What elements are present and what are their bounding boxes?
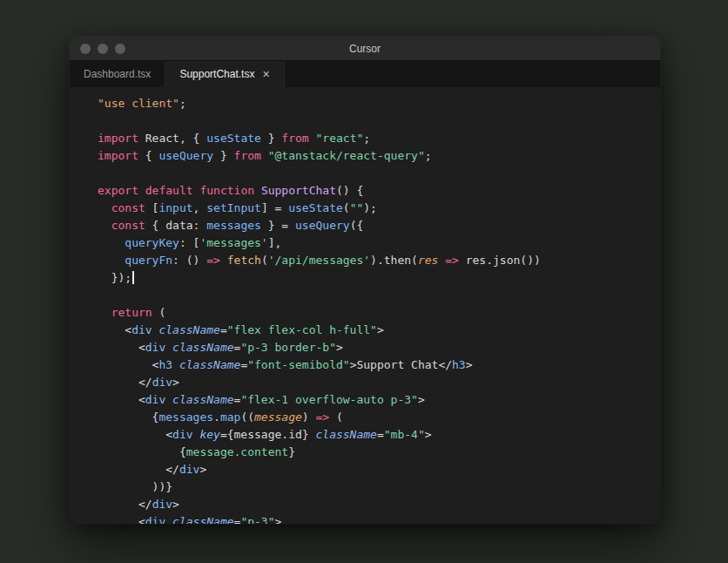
code-token: '/api/messages' <box>268 254 370 267</box>
code-token: > <box>425 428 432 441</box>
code-token: ({ <box>350 219 364 232</box>
code-token: </ <box>98 498 152 511</box>
code-token: => <box>316 410 330 424</box>
close-tab-icon[interactable]: × <box>262 68 269 80</box>
code-line <box>98 165 660 182</box>
code-token: ={ <box>220 428 234 441</box>
code-token: { <box>138 149 158 162</box>
code-token: [ <box>145 201 159 214</box>
code-token: const <box>111 219 145 232</box>
code-token: from <box>234 149 261 162</box>
code-token: className <box>172 515 233 524</box>
close-window-button[interactable] <box>80 44 91 54</box>
code-token: > <box>377 323 384 336</box>
code-token: div <box>172 428 192 441</box>
code-token: SupportChat <box>261 184 336 197</box>
code-line: <div className="flex flex-col h-full"> <box>98 322 660 339</box>
tab-supportchat[interactable]: SupportChat.tsx × <box>165 61 284 87</box>
code-token: "@tanstack/react-query" <box>268 149 425 162</box>
code-line: <div className="p-3"> <box>98 513 660 524</box>
code-token: } <box>213 149 233 162</box>
code-token: map <box>220 410 240 424</box>
code-token: > <box>336 341 343 354</box>
code-token: < <box>98 393 145 406</box>
code-token: messages <box>158 410 213 424</box>
code-token: ( <box>329 410 343 424</box>
code-token: "font-semibold" <box>247 358 349 371</box>
code-token <box>138 184 145 197</box>
code-token: input <box>158 201 192 214</box>
code-token: () { <box>336 184 363 197</box>
code-token: > <box>466 358 473 371</box>
code-token: useQuery <box>295 219 350 232</box>
code-token: ; <box>363 132 370 145</box>
code-token: < <box>98 428 172 441</box>
code-line: return ( <box>98 304 660 322</box>
code-token <box>261 149 268 162</box>
code-token: import <box>98 149 138 162</box>
code-line: </div> <box>98 496 660 513</box>
code-token: } <box>288 445 295 458</box>
code-token <box>98 306 111 319</box>
code-token: div <box>179 463 199 476</box>
code-token: "p-3 border-b" <box>240 341 336 354</box>
code-line: ))} <box>98 478 660 496</box>
code-token: h3 <box>158 358 172 371</box>
code-token: div <box>145 515 165 524</box>
code-token: message.id <box>234 428 302 441</box>
code-token <box>98 219 111 232</box>
code-token: = <box>220 323 227 336</box>
window-titlebar[interactable]: Cursor <box>70 37 660 61</box>
tab-dashboard[interactable]: Dashboard.tsx <box>70 61 165 87</box>
text-cursor <box>132 271 134 284</box>
editor-tab-bar: Dashboard.tsx SupportChat.tsx × <box>70 61 660 87</box>
code-token: . <box>213 410 220 424</box>
code-token: ; <box>425 149 432 162</box>
code-line: import React, { useState } from "react"; <box>98 130 660 147</box>
code-token: ( <box>261 254 268 267</box>
code-token: = <box>377 428 384 441</box>
code-token: then <box>384 254 411 267</box>
code-line: const [input, setInput] = useState(""); <box>98 200 660 217</box>
code-token: } <box>261 132 281 145</box>
code-content: "use client";import React, { useState } … <box>98 95 660 524</box>
code-token: fetch <box>227 254 261 267</box>
tab-label: SupportChat.tsx <box>179 68 254 80</box>
code-token: > <box>418 393 425 406</box>
code-token: ) <box>302 410 316 424</box>
code-token: } <box>302 428 316 441</box>
cursor-app-window: Cursor Dashboard.tsx SupportChat.tsx × "… <box>70 37 660 524</box>
code-token: React, { <box>138 132 206 145</box>
code-token: default <box>145 184 193 197</box>
code-line: queryFn: () => fetch('/api/messages').th… <box>98 252 660 269</box>
code-token <box>254 184 261 197</box>
code-token: : <box>193 219 207 232</box>
code-token: ); <box>363 201 377 214</box>
code-token <box>172 358 179 371</box>
code-token: { <box>145 219 165 232</box>
code-line: <div className="p-3 border-b"> <box>98 339 660 356</box>
code-line: <div key={message.id} className="mb-4"> <box>98 426 660 444</box>
minimize-window-button[interactable] <box>98 44 108 54</box>
code-token: message <box>254 410 302 424</box>
code-token: export <box>98 184 138 197</box>
code-token <box>165 393 172 406</box>
code-token: < <box>98 323 131 336</box>
code-token: className <box>179 358 240 371</box>
code-token: setInput <box>206 201 261 214</box>
code-token: "p-3" <box>240 515 274 524</box>
zoom-window-button[interactable] <box>115 44 125 54</box>
code-token <box>98 236 125 249</box>
code-token: : [ <box>179 236 199 249</box>
code-token: 'messages' <box>199 236 267 249</box>
code-token: ( <box>343 201 350 214</box>
code-token: div <box>131 323 152 336</box>
code-token: </ <box>98 376 152 389</box>
code-token: res <box>418 254 438 267</box>
code-token <box>98 254 125 267</box>
code-token: "react" <box>316 132 364 145</box>
code-token: }); <box>98 271 131 284</box>
code-token: div <box>152 376 172 389</box>
code-editor[interactable]: "use client";import React, { useState } … <box>70 87 660 524</box>
code-token: queryFn <box>125 254 172 267</box>
